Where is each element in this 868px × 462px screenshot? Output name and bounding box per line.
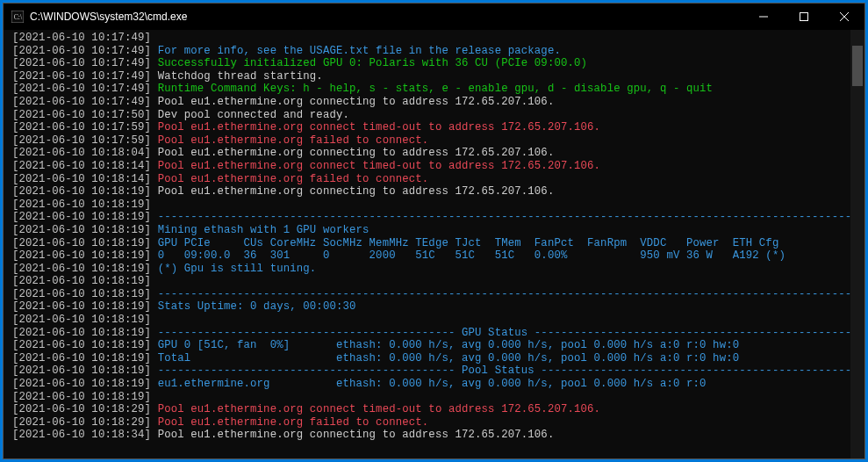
- console-line: [2021-06-10 10:17:49] For more info, see…: [12, 45, 847, 58]
- window-title: C:\WINDOWS\system32\cmd.exe: [30, 11, 743, 23]
- console-line: [2021-06-10 10:18:19] (*) Gpu is still t…: [12, 263, 847, 276]
- timestamp: [2021-06-10 10:18:19]: [12, 199, 151, 211]
- timestamp: [2021-06-10 10:18:34]: [12, 429, 151, 441]
- log-text: Pool eu1.ethermine.org connecting to add…: [151, 147, 554, 159]
- console-line: [2021-06-10 10:18:19]: [12, 275, 847, 288]
- timestamp: [2021-06-10 10:18:19]: [12, 352, 151, 365]
- timestamp: [2021-06-10 10:18:19]: [12, 263, 151, 275]
- vertical-scrollbar[interactable]: [850, 30, 864, 458]
- console-line: [2021-06-10 10:18:19] GPU 0 [51C, fan 0%…: [12, 339, 847, 352]
- console-line: [2021-06-10 10:18:19] eu1.ethermine.org …: [12, 378, 847, 391]
- timestamp: [2021-06-10 10:17:49]: [12, 57, 151, 69]
- log-text: Watchdog thread starting.: [151, 70, 323, 83]
- console-line: [2021-06-10 10:18:19] ------------------…: [12, 365, 847, 378]
- timestamp: [2021-06-10 10:17:49]: [12, 83, 151, 95]
- console-line: [2021-06-10 10:17:49] Successfully initi…: [12, 57, 847, 70]
- console-line: [2021-06-10 10:18:19] ------------------…: [12, 327, 847, 340]
- cmd-window: C:\ C:\WINDOWS\system32\cmd.exe [2021-06…: [3, 3, 865, 459]
- timestamp: [2021-06-10 10:17:49]: [12, 96, 151, 108]
- console-line: [2021-06-10 10:18:19] Mining ethash with…: [12, 224, 847, 237]
- svg-rect-3: [800, 13, 808, 21]
- log-text: ----------------------------------------…: [151, 327, 850, 339]
- console-line: [2021-06-10 10:18:19]: [12, 199, 847, 212]
- timestamp: [2021-06-10 10:18:19]: [12, 339, 151, 351]
- log-text: Total ethash: 0.000 h/s, avg 0.000 h/s, …: [151, 352, 739, 365]
- timestamp: [2021-06-10 10:18:19]: [12, 365, 151, 377]
- timestamp: [2021-06-10 10:18:29]: [12, 403, 151, 415]
- timestamp: [2021-06-10 10:18:19]: [12, 224, 151, 236]
- timestamp: [2021-06-10 10:18:14]: [12, 160, 151, 172]
- console-line: [2021-06-10 10:17:50] Dev pool connected…: [12, 109, 847, 122]
- timestamp: [2021-06-10 10:18:19]: [12, 300, 151, 313]
- log-text: Mining ethash with 1 GPU workers: [151, 224, 369, 236]
- log-text: Successfully initialized GPU 0: Polaris …: [151, 57, 587, 69]
- timestamp: [2021-06-10 10:18:29]: [12, 416, 151, 429]
- console-line: [2021-06-10 10:18:29] Pool eu1.ethermine…: [12, 403, 847, 416]
- console-line: [2021-06-10 10:18:19]: [12, 391, 847, 404]
- console-line: [2021-06-10 10:17:59] Pool eu1.ethermine…: [12, 121, 847, 134]
- log-text: Pool eu1.ethermine.org connecting to add…: [151, 96, 554, 108]
- timestamp: [2021-06-10 10:18:19]: [12, 275, 151, 287]
- console-line: [2021-06-10 10:18:14] Pool eu1.ethermine…: [12, 173, 847, 186]
- log-text: Runtime Command Keys: h - help, s - stat…: [151, 83, 713, 95]
- timestamp: [2021-06-10 10:18:19]: [12, 185, 151, 198]
- console-line: [2021-06-10 10:18:19] Total ethash: 0.00…: [12, 352, 847, 365]
- timestamp: [2021-06-10 10:18:19]: [12, 288, 151, 300]
- console-line: [2021-06-10 10:17:49] Pool eu1.ethermine…: [12, 96, 847, 109]
- log-text: GPU 0 [51C, fan 0%] ethash: 0.000 h/s, a…: [151, 339, 739, 351]
- log-text: Dev pool connected and ready.: [151, 109, 349, 121]
- close-button[interactable]: [824, 4, 864, 30]
- timestamp: [2021-06-10 10:17:50]: [12, 109, 151, 121]
- console-line: [2021-06-10 10:18:19]: [12, 314, 847, 327]
- timestamp: [2021-06-10 10:18:19]: [12, 211, 151, 223]
- console-line: [2021-06-10 10:18:19] ------------------…: [12, 211, 847, 224]
- log-text: ----------------------------------------…: [151, 288, 850, 300]
- console-area: [2021-06-10 10:17:49][2021-06-10 10:17:4…: [4, 30, 864, 458]
- console-output[interactable]: [2021-06-10 10:17:49][2021-06-10 10:17:4…: [4, 30, 850, 458]
- console-line: [2021-06-10 10:18:19] ------------------…: [12, 288, 847, 301]
- log-text: Pool eu1.ethermine.org connecting to add…: [151, 429, 554, 441]
- timestamp: [2021-06-10 10:17:59]: [12, 121, 151, 134]
- log-text: Pool eu1.ethermine.org connect timed-out…: [151, 121, 600, 134]
- log-text: Pool eu1.ethermine.org failed to connect…: [151, 173, 428, 185]
- svg-text:C:\: C:\: [14, 13, 23, 21]
- console-line: [2021-06-10 10:18:19] Stats Uptime: 0 da…: [12, 300, 847, 314]
- timestamp: [2021-06-10 10:18:19]: [12, 391, 151, 403]
- console-line: [2021-06-10 10:17:49] Runtime Command Ke…: [12, 83, 847, 96]
- timestamp: [2021-06-10 10:18:19]: [12, 249, 151, 262]
- timestamp: [2021-06-10 10:17:49]: [12, 70, 151, 83]
- log-text: Stats Uptime: 0 days, 00:00:30: [151, 300, 355, 313]
- console-line: [2021-06-10 10:18:29] Pool eu1.ethermine…: [12, 416, 847, 430]
- log-text: GPU PCIe CUs CoreMHz SocMHz MemMHz TEdge…: [151, 237, 778, 249]
- console-line: [2021-06-10 10:17:59] Pool eu1.ethermine…: [12, 134, 847, 148]
- timestamp: [2021-06-10 10:18:19]: [12, 314, 151, 326]
- timestamp: [2021-06-10 10:18:19]: [12, 237, 151, 249]
- console-line: [2021-06-10 10:18:19] Pool eu1.ethermine…: [12, 185, 847, 199]
- log-text: 0 09:00.0 36 301 0 2000 51C 51C 51C 0.00…: [151, 249, 786, 262]
- log-text: ----------------------------------------…: [151, 211, 850, 223]
- maximize-button[interactable]: [784, 4, 824, 30]
- console-line: [2021-06-10 10:17:49]: [12, 32, 847, 45]
- log-text: eu1.ethermine.org ethash: 0.000 h/s, avg…: [151, 378, 706, 390]
- minimize-button[interactable]: [743, 4, 784, 30]
- timestamp: [2021-06-10 10:17:49]: [12, 45, 151, 57]
- console-line: [2021-06-10 10:18:04] Pool eu1.ethermine…: [12, 147, 847, 160]
- scrollbar-thumb[interactable]: [852, 46, 863, 86]
- timestamp: [2021-06-10 10:18:14]: [12, 173, 151, 185]
- log-text: For more info, see the USAGE.txt file in…: [151, 45, 561, 57]
- log-text: Pool eu1.ethermine.org failed to connect…: [151, 416, 428, 429]
- console-line: [2021-06-10 10:18:34] Pool eu1.ethermine…: [12, 429, 847, 442]
- timestamp: [2021-06-10 10:18:04]: [12, 147, 151, 159]
- cmd-icon: C:\: [11, 10, 25, 24]
- console-line: [2021-06-10 10:18:19] GPU PCIe CUs CoreM…: [12, 237, 847, 250]
- console-line: [2021-06-10 10:18:14] Pool eu1.ethermine…: [12, 160, 847, 173]
- log-text: Pool eu1.ethermine.org failed to connect…: [151, 134, 428, 147]
- log-text: Pool eu1.ethermine.org connecting to add…: [151, 185, 554, 198]
- console-line: [2021-06-10 10:18:19] 0 09:00.0 36 301 0…: [12, 249, 847, 263]
- titlebar[interactable]: C:\ C:\WINDOWS\system32\cmd.exe: [4, 4, 864, 30]
- log-text: (*) Gpu is still tuning.: [151, 263, 316, 275]
- timestamp: [2021-06-10 10:18:19]: [12, 327, 151, 339]
- log-text: Pool eu1.ethermine.org connect timed-out…: [151, 403, 600, 415]
- timestamp: [2021-06-10 10:17:49]: [12, 32, 151, 44]
- console-line: [2021-06-10 10:17:49] Watchdog thread st…: [12, 70, 847, 83]
